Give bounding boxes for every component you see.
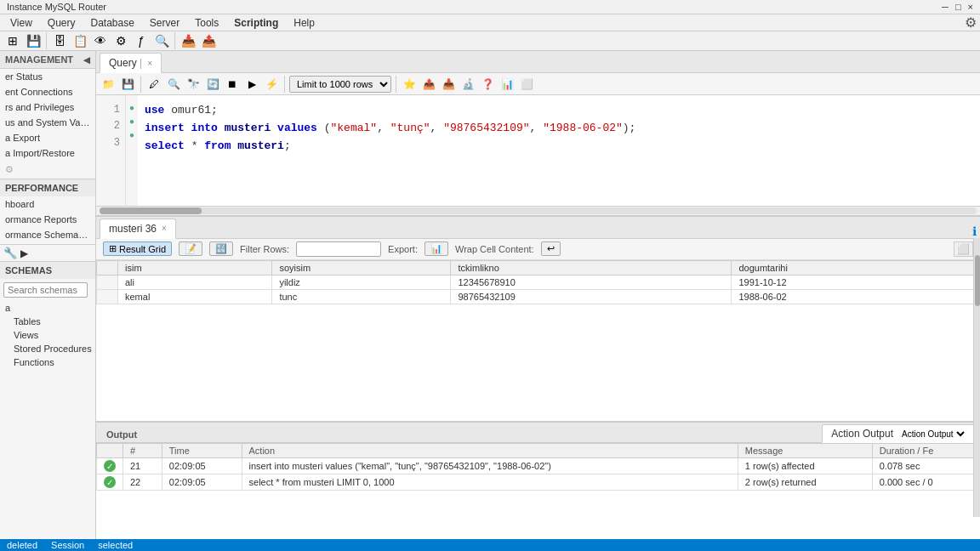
menu-help[interactable]: Help <box>287 15 322 31</box>
menu-server[interactable]: Server <box>143 15 186 31</box>
wrap-label: Wrap Cell Content: <box>455 244 534 254</box>
sidebar-tables[interactable]: Tables <box>0 315 95 328</box>
query-tab-close[interactable]: × <box>147 59 152 68</box>
hscroll-thumb[interactable] <box>100 207 202 214</box>
sidebar-schemas-header: SCHEMAS <box>0 261 95 279</box>
views-label: Views <box>14 330 38 340</box>
result-tab-label: musteri 36 <box>109 223 157 235</box>
save-btn[interactable]: 💾 <box>24 31 43 50</box>
sidebar-server-status[interactable]: er Status <box>0 69 95 84</box>
users-privileges-label: rs and Privileges <box>5 102 74 112</box>
sidebar-data-import[interactable]: a Import/Restore <box>0 145 95 161</box>
sidebar-functions[interactable]: Functions <box>0 355 95 369</box>
result-table-container[interactable]: isim soyisim tckimlikno dogumtarihi ali … <box>96 260 980 422</box>
menu-tools[interactable]: Tools <box>188 15 225 31</box>
open-file-btn[interactable]: 📁 <box>100 76 117 93</box>
schema-inspector-btn[interactable]: 📊 <box>499 76 516 93</box>
sidebar-users-privileges[interactable]: rs and Privileges <box>0 99 95 115</box>
limit-rows-select[interactable]: Limit to 1000 rows <box>289 76 391 93</box>
proc-btn[interactable]: ⚙ <box>111 31 130 50</box>
sidebar-stored-procedures[interactable]: Stored Procedures <box>0 342 95 355</box>
expand-icon[interactable]: ▶ <box>20 247 28 259</box>
output-col-num: # <box>123 444 162 458</box>
menu-database[interactable]: Database <box>83 15 140 31</box>
export-label: Export: <box>388 244 418 254</box>
line-num-3: 3 <box>101 135 120 151</box>
output-table: # Time Action Message Duration / Fe ✓ 21 <box>96 443 980 491</box>
output-time-1: 02:09:05 <box>162 458 242 474</box>
editor-hscroll[interactable] <box>96 206 980 215</box>
sidebar-status-system[interactable]: us and System Variable <box>0 115 95 130</box>
func-btn[interactable]: ƒ <box>132 31 151 50</box>
run-all-btn[interactable]: ▶ <box>243 76 260 93</box>
export-btn[interactable]: 📤 <box>199 31 218 50</box>
save-query-btn[interactable]: 💾 <box>119 76 136 93</box>
output-tab-dropdown[interactable]: Action Output <box>898 429 967 440</box>
context-help-btn[interactable]: ❓ <box>479 76 496 93</box>
sidebar-schema-a[interactable]: a <box>0 301 95 315</box>
code-editor[interactable]: use omur61; insert into musteri values (… <box>138 95 980 206</box>
beautify-btn[interactable]: 🖊 <box>145 76 162 93</box>
table-btn[interactable]: 📋 <box>71 31 89 50</box>
sidebar-data-export[interactable]: a Export <box>0 130 95 145</box>
view-btn[interactable]: 👁 <box>91 31 110 50</box>
form-editor-icon: 📝 <box>185 243 197 254</box>
settings-icon[interactable]: ⚙ <box>965 15 977 30</box>
minimize-btn[interactable]: ─ <box>942 2 949 12</box>
export-results-btn[interactable]: 📤 <box>420 76 437 93</box>
sidebar-performance-reports[interactable]: ormance Reports <box>0 212 95 227</box>
collapse-icon[interactable]: ◀ <box>83 55 90 65</box>
maximize-title-btn[interactable]: □ <box>955 2 961 12</box>
bookmark-btn[interactable]: ⭐ <box>401 76 418 93</box>
cell-dob-2: 1988-06-02 <box>732 289 980 304</box>
inspect-btn[interactable]: 🔬 <box>459 76 476 93</box>
hscroll-track[interactable] <box>100 207 977 214</box>
menu-scripting[interactable]: Scripting <box>227 15 285 31</box>
form-editor-btn[interactable]: 📝 <box>179 241 202 256</box>
maximize-result-btn[interactable]: ⬜ <box>954 241 973 257</box>
output-message-2: 2 row(s) returned <box>738 474 872 491</box>
query-tab-1[interactable]: Query | × <box>100 53 162 73</box>
row-num-1 <box>97 275 118 289</box>
result-grid-btn[interactable]: ⊞ Result Grid <box>103 241 172 256</box>
find-btn[interactable]: 🔭 <box>185 76 202 93</box>
result-tab-musteri[interactable]: musteri 36 × <box>100 219 176 239</box>
field-types-btn[interactable]: 🔣 <box>209 241 233 256</box>
search-obj-btn[interactable]: 🔍 <box>152 31 171 50</box>
refresh-btn[interactable]: 🔄 <box>204 76 221 93</box>
output-col-message: Message <box>738 444 872 458</box>
tool-icon-1[interactable]: 🔧 <box>3 247 17 259</box>
import-results-btn[interactable]: 📥 <box>440 76 457 93</box>
menu-view[interactable]: View <box>3 15 39 31</box>
output-num-1: 21 <box>123 458 162 474</box>
dashboard-label: hboard <box>5 199 34 209</box>
sidebar-performance-header: PERFORMANCE <box>0 179 95 196</box>
new-connection-btn[interactable]: ⊞ <box>3 31 22 50</box>
close-btn[interactable]: × <box>968 2 973 12</box>
import-btn[interactable]: 📥 <box>179 31 197 50</box>
query-sep-3 <box>396 76 396 93</box>
wrap-content-btn[interactable]: ↩ <box>541 241 561 256</box>
schemas-search-input[interactable] <box>3 282 88 298</box>
result-tab-close[interactable]: × <box>162 224 167 233</box>
run-selection-btn[interactable]: ⚡ <box>263 76 280 93</box>
query-sep-1 <box>140 76 141 93</box>
sidebar-views[interactable]: Views <box>0 328 95 342</box>
sidebar-client-connections[interactable]: ent Connections <box>0 84 95 99</box>
sidebar-dashboard[interactable]: hboard <box>0 196 95 212</box>
filter-rows-input[interactable] <box>296 241 381 257</box>
cell-soyisim-1: yildiz <box>272 275 451 289</box>
bottom-selected-label: selected <box>98 540 133 550</box>
search-replace-btn[interactable]: 🔍 <box>165 76 182 93</box>
export-to-csv-btn[interactable]: 📊 <box>424 241 448 256</box>
output-tab-action[interactable]: Action Output Action Output <box>822 424 977 443</box>
schema-btn[interactable]: 🗄 <box>50 31 69 50</box>
dot-1: ● <box>129 102 134 116</box>
stop-btn[interactable]: ⏹ <box>224 76 241 93</box>
sidebar-performance-schema[interactable]: ormance Schema Setup <box>0 227 95 242</box>
menu-query[interactable]: Query <box>41 15 83 31</box>
query-sep-2 <box>284 76 285 93</box>
cell-isim-2: kemal <box>118 289 272 304</box>
expand-query-btn[interactable]: ⬜ <box>518 76 535 93</box>
info-icon[interactable]: ℹ <box>972 224 977 238</box>
